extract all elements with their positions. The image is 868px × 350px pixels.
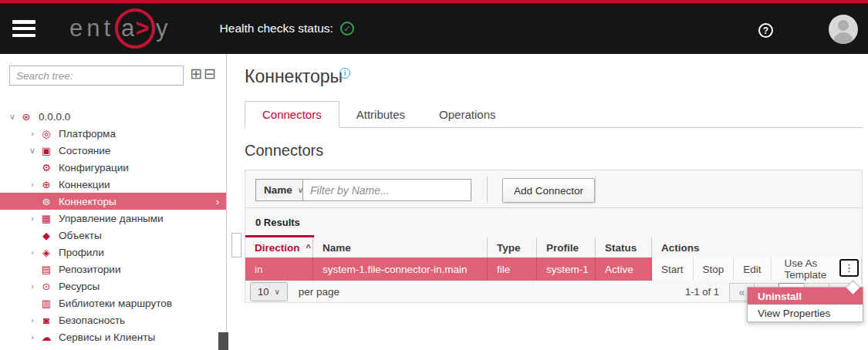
start-button[interactable]: Start — [652, 257, 694, 281]
route-libraries-icon: ▥ — [39, 298, 54, 309]
chevron-right-icon[interactable]: › — [26, 332, 39, 342]
chevron-right-icon[interactable]: › — [26, 180, 39, 189]
results-count: 0 Results — [255, 217, 300, 228]
tab-bar: Connectors Attributes Operations — [245, 101, 863, 128]
range-label: 1-1 of 1 — [685, 286, 719, 298]
cell-name: system-1.file-connector-in.main — [313, 257, 488, 281]
tree-item-services-clients[interactable]: › ☁ Сервисы и Клиенты — [0, 328, 226, 345]
tab-connectors[interactable]: Connectors — [245, 101, 339, 128]
content-scrollbar-thumb[interactable] — [231, 233, 241, 257]
column-header-type[interactable]: Type — [488, 237, 537, 257]
help-icon[interactable]: ? — [758, 23, 773, 38]
tree-item-objects[interactable]: ◆ Объекты — [0, 227, 226, 244]
cell-direction: in — [245, 257, 313, 281]
profiles-icon: ◈ — [39, 247, 54, 258]
tree-item-label: Профили — [59, 247, 104, 258]
data-management-icon: ▦ — [39, 213, 54, 224]
tree-item-profiles[interactable]: › ◈ Профили — [0, 244, 226, 261]
toolbar-divider — [595, 177, 596, 203]
app-root: ent a > y Health checks status: ✓ ? ⊞ ⊟ … — [0, 0, 868, 350]
column-header-profile[interactable]: Profile — [537, 237, 596, 257]
per-page-label: per page — [299, 286, 339, 298]
tree-item-label: Библиотеки маршрутов — [59, 298, 172, 309]
collapse-all-icon[interactable]: ⊟ — [204, 66, 216, 81]
cell-actions: Start Stop Edit Use As Template ⋮ — [652, 257, 862, 281]
tree-item-configurations[interactable]: ⚙ Конфигурации — [0, 159, 226, 176]
sidebar-scrollbar-thumb[interactable] — [218, 332, 228, 350]
tree-item-label: Платформа — [59, 128, 116, 140]
tree-item-route-libraries[interactable]: ▥ Библиотеки маршрутов — [0, 294, 226, 311]
chevron-down-icon[interactable]: ∨ — [26, 146, 39, 156]
tree-item-connections[interactable]: › ⊕ Коннекции — [0, 176, 226, 193]
tab-operations[interactable]: Operations — [422, 101, 512, 127]
tree-item-label: Состояние — [59, 145, 110, 156]
page-size-select[interactable]: 10 ∨ — [250, 282, 288, 301]
user-avatar[interactable] — [829, 15, 858, 44]
tree-item-label: Репозитории — [59, 264, 120, 275]
panel-separator — [245, 207, 862, 208]
status-ok-icon: ✓ — [340, 22, 354, 35]
tree-item-state[interactable]: ∨ ▣ Состояние — [0, 142, 226, 159]
tree-item-label: Ресурсы — [59, 281, 100, 292]
column-header-direction[interactable]: Direction ^ — [245, 237, 313, 257]
tree-item-label: Управление данными — [59, 213, 164, 224]
stop-button[interactable]: Stop — [694, 257, 735, 281]
column-header-actions: Actions — [652, 237, 862, 257]
tree-item-resources[interactable]: › ⊙ Ресурсы — [0, 278, 226, 294]
chevron-right-icon[interactable]: › — [26, 247, 39, 257]
menu-item-uninstall[interactable]: Uninstall — [748, 288, 863, 305]
cell-profile: system-1 — [537, 257, 596, 281]
security-icon: ◙ — [39, 315, 54, 326]
tree-item-platform[interactable]: › ◎ Платформа — [0, 125, 226, 142]
entaxy-logo[interactable]: ent a > y — [69, 8, 172, 49]
avatar-head — [838, 20, 849, 31]
column-header-label: Direction — [255, 242, 300, 254]
edit-button[interactable]: Edit — [734, 257, 771, 281]
hamburger-menu-icon[interactable] — [12, 20, 35, 37]
top-bar: ent a > y Health checks status: ✓ ? — [0, 0, 868, 54]
tree-item-label: Конфигурации — [59, 162, 129, 173]
connectors-panel: Name ∨ Add Connector 0 Results Direction… — [245, 170, 863, 303]
chevron-right-icon[interactable]: › — [26, 129, 39, 138]
chevron-down-icon[interactable]: ∨ — [6, 112, 19, 122]
cluster-icon: ⊛ — [19, 111, 34, 123]
tree-item-label: Объекты — [59, 230, 102, 241]
filter-input[interactable] — [302, 179, 471, 201]
filter-field-value: Name — [264, 184, 292, 196]
tree-item-data-management[interactable]: › ▦ Управление данными — [0, 210, 226, 227]
kebab-menu-button[interactable]: ⋮ — [839, 259, 859, 277]
menu-item-view-properties[interactable]: View Properties — [748, 305, 863, 321]
tree-item-label: Коннекции — [59, 179, 110, 190]
column-header-status[interactable]: Status — [596, 237, 652, 257]
search-tree-input[interactable] — [9, 66, 184, 86]
chevron-right-icon[interactable]: › — [26, 214, 39, 223]
page-title: Коннекторы — [245, 66, 343, 87]
configurations-icon: ⚙ — [39, 162, 54, 173]
health-checks-status: Health checks status: ✓ — [220, 22, 354, 35]
logo-arrow: > — [135, 15, 149, 42]
tree-item-repositories[interactable]: ▤ Репозитории — [0, 261, 226, 278]
column-header-name[interactable]: Name — [313, 237, 488, 257]
expand-all-icon[interactable]: ⊞ — [190, 66, 202, 81]
tree-item-root[interactable]: ∨ ⊛ 0.0.0.0 — [0, 108, 226, 125]
chevron-down-icon: ∨ — [274, 288, 279, 296]
chevron-right-icon[interactable]: › — [26, 281, 39, 291]
repositories-icon: ▤ — [39, 264, 54, 275]
table-row[interactable]: in system-1.file-connector-in.main file … — [245, 257, 862, 281]
tree-item-label: Сервисы и Клиенты — [59, 331, 155, 343]
cell-status: Active — [596, 257, 652, 281]
info-icon[interactable]: i — [339, 68, 350, 79]
section-heading: Connectors — [245, 142, 323, 160]
services-clients-icon: ☁ — [39, 331, 54, 343]
tab-attributes[interactable]: Attributes — [339, 101, 422, 127]
add-connector-button[interactable]: Add Connector — [502, 178, 595, 203]
toolbar-divider — [487, 177, 488, 203]
sort-asc-icon: ^ — [306, 243, 311, 252]
tree-item-security[interactable]: › ◙ Безопасность — [0, 311, 226, 328]
sidebar-tree-panel: ⊞ ⊟ ∨ ⊛ 0.0.0.0 › ◎ Платформа ∨ ▣ Состоя… — [0, 54, 227, 350]
tree-item-connectors[interactable]: ⊚ Коннекторы › — [0, 193, 226, 210]
objects-icon: ◆ — [39, 230, 54, 241]
connections-icon: ⊕ — [39, 179, 54, 190]
context-menu: Uninstall View Properties — [747, 287, 863, 322]
chevron-right-icon[interactable]: › — [26, 315, 39, 325]
